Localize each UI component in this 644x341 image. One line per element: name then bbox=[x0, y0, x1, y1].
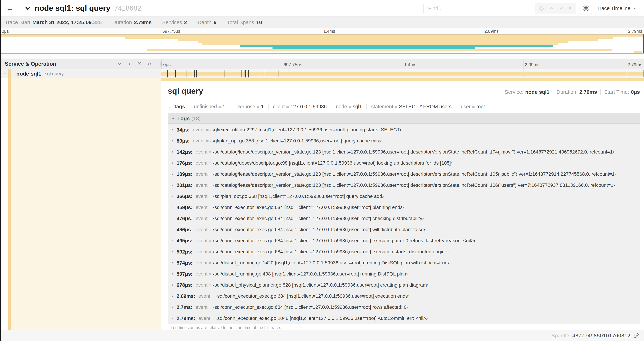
detail-left-column bbox=[11, 78, 161, 330]
meta-label: Depth bbox=[198, 20, 212, 25]
keyboard-shortcuts-button[interactable]: ⌘ bbox=[580, 3, 592, 14]
chevron-down-icon[interactable] bbox=[3, 72, 7, 76]
expand-all-icon[interactable] bbox=[147, 62, 152, 66]
minimap-span-bar bbox=[240, 45, 552, 47]
log-row[interactable]: 495μs: event = ‹sql/conn_executor_exec.g… bbox=[168, 235, 640, 246]
clear-find-icon[interactable]: × bbox=[568, 6, 572, 11]
chevron-down-icon[interactable] bbox=[24, 5, 31, 12]
timeline-tick-label: 2.79ms bbox=[628, 62, 642, 67]
minimap-canvas[interactable] bbox=[0, 34, 644, 54]
log-tick-mark bbox=[265, 70, 265, 78]
log-equals: = bbox=[209, 194, 212, 199]
view-selector-button[interactable]: Trace Timeline bbox=[595, 3, 638, 14]
span-duration-bar[interactable] bbox=[161, 72, 644, 76]
span-meta-value: 2.79ms bbox=[579, 89, 597, 95]
tag-value: 1 bbox=[261, 104, 264, 110]
log-timestamp: 574μs: bbox=[176, 260, 192, 266]
collapse-all-icon[interactable] bbox=[137, 62, 142, 66]
tag-equals: = bbox=[286, 104, 289, 110]
log-row[interactable]: 502μs: event = ‹sql/conn_executor_exec.g… bbox=[168, 246, 640, 257]
meta-value: 2 bbox=[184, 20, 187, 25]
meta-value: 10 bbox=[256, 20, 262, 25]
span-service-name: node sql1 bbox=[16, 71, 42, 77]
minimap-row bbox=[0, 39, 644, 41]
log-field-key: event bbox=[196, 160, 208, 166]
detail-left-gutter bbox=[1, 78, 8, 330]
log-equals: = bbox=[209, 271, 212, 277]
log-row[interactable]: 2.7ms: event = ‹sql/conn_executor_exec.g… bbox=[168, 302, 640, 313]
back-button[interactable]: ← bbox=[1, 0, 19, 16]
span-row-timeline-cell[interactable] bbox=[161, 69, 644, 78]
tag-item: statement = SELECT * FROM users bbox=[366, 104, 456, 110]
log-row[interactable]: 142μs: event = ‹sql/catalog/lease/descri… bbox=[168, 146, 640, 158]
minimap-tick-label: 697.75μs bbox=[162, 29, 180, 34]
log-row[interactable]: 34μs: event = ‹sql/exec_util.go:2297 [ns… bbox=[168, 124, 640, 135]
prev-match-icon[interactable] bbox=[548, 6, 554, 11]
collapse-one-icon[interactable] bbox=[117, 62, 122, 66]
minimap-span-bar bbox=[0, 35, 644, 37]
log-row[interactable]: 459μs: event = ‹sql/conn_executor_exec.g… bbox=[168, 202, 640, 213]
find-input[interactable] bbox=[424, 3, 534, 14]
chevron-right-icon bbox=[171, 206, 174, 209]
log-timestamp: 176μs: bbox=[176, 160, 192, 166]
chevron-right-icon bbox=[171, 128, 174, 132]
log-tick-mark bbox=[167, 70, 168, 78]
link-icon[interactable] bbox=[633, 333, 639, 338]
tag-item: user = root bbox=[456, 104, 490, 110]
logs-header[interactable]: Logs (18) bbox=[168, 114, 640, 124]
span-row: node sql1 sql query bbox=[0, 69, 644, 78]
timeline-tick-labels: 0μs697.75μs1.4ms2.09ms2.79ms bbox=[162, 59, 644, 69]
chevron-right-icon[interactable] bbox=[168, 105, 172, 109]
minimap-right-scrubber[interactable] bbox=[643, 35, 644, 53]
log-row[interactable]: 2.79ms: event = ‹sql/conn_executor_exec.… bbox=[168, 313, 640, 324]
tag-value: root bbox=[476, 104, 485, 110]
log-timestamp: 678μs: bbox=[176, 282, 192, 288]
log-row[interactable]: 366μs: event = ‹sql/plan_opt.go:358 [nsq… bbox=[168, 191, 640, 202]
log-tick-mark bbox=[241, 70, 242, 78]
tag-item: client = 127.0.0.1:59936 bbox=[268, 104, 331, 110]
log-row[interactable]: 574μs: event = ‹sql/distsql_running.go:1… bbox=[168, 257, 640, 268]
log-row[interactable]: 189μs: event = ‹sql/catalog/lease/descri… bbox=[168, 169, 640, 180]
expand-one-icon[interactable] bbox=[127, 62, 132, 66]
locate-icon[interactable] bbox=[539, 6, 544, 11]
log-tick-mark bbox=[186, 70, 186, 78]
detail-span-accent-strip bbox=[8, 78, 11, 330]
back-arrow-icon: ← bbox=[6, 4, 14, 13]
log-field-value: ‹sql/exec_util.go:2297 [nsql1,client=127… bbox=[210, 127, 401, 133]
log-row[interactable]: 486μs: event = ‹sql/conn_executor_exec.g… bbox=[168, 224, 640, 235]
log-row[interactable]: 476μs: event = ‹sql/conn_executor_exec.g… bbox=[168, 213, 640, 224]
log-timestamp: 459μs: bbox=[176, 205, 192, 210]
log-row[interactable]: 2.69ms: event = ‹sql/conn_executor_exec.… bbox=[168, 290, 640, 302]
minimap-tick-label: 1.4ms bbox=[324, 29, 335, 34]
log-field-key: event bbox=[196, 149, 208, 155]
log-equals: = bbox=[209, 282, 212, 288]
log-row[interactable]: 80μs: event = ‹sql/plan_opt.go:358 [nsql… bbox=[168, 135, 640, 146]
log-timestamp: 201μs: bbox=[176, 182, 192, 188]
chevron-right-icon bbox=[171, 161, 174, 165]
log-timestamp: 2.7ms: bbox=[176, 304, 192, 310]
log-field-value: ‹sql/catalog/lease/descriptor_version_st… bbox=[213, 182, 615, 188]
trace-timeline-page: ← node sql1: sql query 7418682 × ⌘ Trace… bbox=[0, 0, 644, 341]
next-match-icon[interactable] bbox=[558, 6, 564, 11]
minimap-row bbox=[0, 35, 644, 37]
tag-value: sql1 bbox=[353, 104, 362, 110]
tags-row[interactable]: Tags: _unfinished = 1 _verbose = 1 clien… bbox=[168, 102, 640, 111]
tag-key: statement bbox=[371, 104, 393, 110]
span-meta-value: node sql1 bbox=[525, 89, 550, 95]
log-row[interactable]: 678μs: event = ‹sql/distsql_physical_pla… bbox=[168, 279, 640, 290]
log-equals: = bbox=[212, 316, 214, 321]
log-timestamp: 34μs: bbox=[176, 127, 190, 133]
log-field-key: event bbox=[196, 171, 208, 177]
span-meta-label: Start Time: bbox=[604, 89, 629, 95]
log-row[interactable]: 201μs: event = ‹sql/catalog/lease/descri… bbox=[168, 180, 640, 191]
span-row-name-cell[interactable]: node sql1 sql query bbox=[0, 69, 161, 78]
minimap-row bbox=[0, 47, 644, 49]
span-detail-meta: Service: node sql1 Duration: 2.79ms Star… bbox=[501, 89, 640, 95]
log-tick-mark bbox=[245, 70, 246, 78]
tag-value: SELECT * FROM users bbox=[399, 104, 452, 110]
timeline-ticks-header: 0μs697.75μs1.4ms2.09ms2.79ms bbox=[161, 59, 644, 69]
log-equals: = bbox=[209, 249, 212, 254]
log-row[interactable]: 176μs: event = ‹sql/catalog/descs/descri… bbox=[168, 158, 640, 169]
minimap-bars bbox=[0, 35, 644, 53]
log-row[interactable]: 597μs: event = ‹sql/distsql_running.go:4… bbox=[168, 268, 640, 279]
